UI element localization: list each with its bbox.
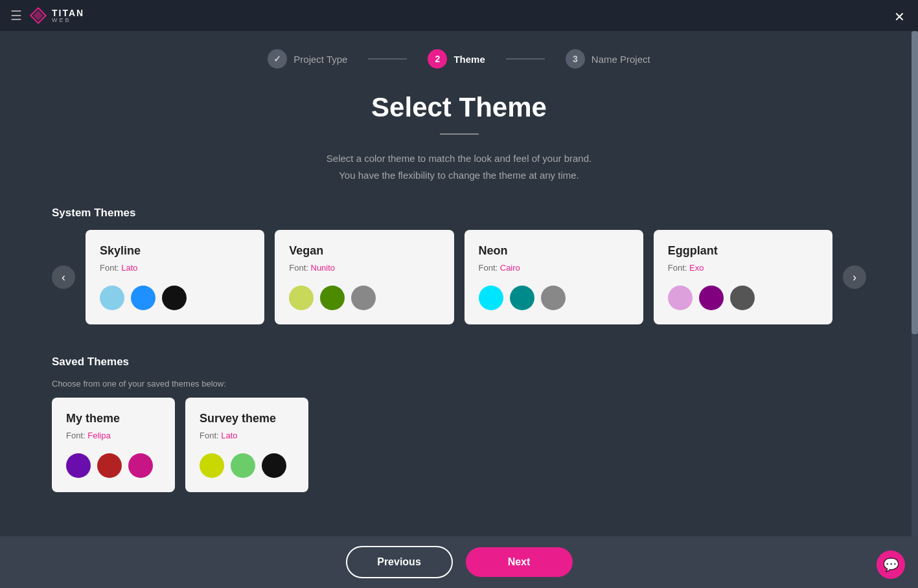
color-dot bbox=[541, 286, 566, 310]
theme-card-skyline-name: Skyline bbox=[100, 244, 250, 258]
theme-card-neon-name: Neon bbox=[479, 244, 629, 258]
scrollbar-thumb bbox=[912, 31, 918, 334]
saved-themes-title: Saved Themes bbox=[52, 356, 866, 368]
color-dot bbox=[262, 453, 286, 478]
theme-card-vegan-font: Font: Nunito bbox=[289, 263, 439, 273]
color-dot bbox=[128, 453, 153, 478]
check-icon: ✓ bbox=[273, 54, 281, 64]
step-2: 2 Theme bbox=[428, 49, 485, 69]
color-dot bbox=[66, 453, 91, 478]
page-scrollbar bbox=[912, 31, 918, 536]
saved-card-my-theme-font: Font: Felipa bbox=[66, 431, 161, 440]
previous-button[interactable]: Previous bbox=[346, 546, 453, 578]
step-2-circle: 2 bbox=[428, 49, 447, 69]
stepper: ✓ Project Type 2 Theme 3 Name Project bbox=[0, 31, 918, 69]
close-button[interactable]: ✕ bbox=[894, 9, 905, 25]
step-3-number: 3 bbox=[573, 54, 578, 64]
app-subtitle: WEB bbox=[52, 17, 84, 23]
chat-bubble-button[interactable]: 💬 bbox=[877, 550, 905, 579]
color-dot bbox=[351, 286, 376, 310]
color-dot bbox=[162, 286, 187, 310]
color-dot bbox=[100, 286, 124, 310]
color-dot bbox=[479, 286, 503, 310]
saved-card-survey-theme-font: Font: Lato bbox=[200, 431, 294, 440]
saved-card-my-theme-name: My theme bbox=[66, 412, 161, 425]
app-name: TITAN bbox=[52, 8, 84, 17]
logo: TITAN WEB bbox=[30, 7, 84, 24]
saved-card-survey-theme-name: Survey theme bbox=[200, 412, 294, 425]
saved-card-survey-theme-colors bbox=[200, 453, 294, 478]
theme-card-vegan[interactable]: Vegan Font: Nunito bbox=[275, 230, 453, 324]
color-dot bbox=[131, 286, 155, 310]
saved-themes-subtitle: Choose from one of your saved themes bel… bbox=[52, 379, 866, 389]
theme-card-neon[interactable]: Neon Font: Cairo bbox=[465, 230, 643, 324]
color-dot bbox=[699, 286, 724, 310]
color-dot bbox=[320, 286, 345, 310]
theme-card-vegan-name: Vegan bbox=[289, 244, 439, 258]
theme-card-eggplant-font: Font: Exo bbox=[668, 263, 818, 273]
step-1-circle: ✓ bbox=[268, 49, 287, 69]
step-3-label: Name Project bbox=[591, 54, 650, 65]
theme-card-skyline-colors bbox=[100, 286, 250, 310]
color-dot bbox=[289, 286, 314, 310]
logo-text: TITAN WEB bbox=[52, 8, 84, 23]
logo-icon bbox=[30, 7, 47, 24]
next-button[interactable]: Next bbox=[466, 547, 573, 577]
step-2-number: 2 bbox=[435, 54, 441, 64]
system-themes-title: System Themes bbox=[52, 207, 866, 220]
step-1: ✓ Project Type bbox=[268, 49, 347, 69]
theme-card-eggplant[interactable]: Eggplant Font: Exo bbox=[654, 230, 832, 324]
carousel-prev-button[interactable]: ‹ bbox=[52, 266, 75, 289]
step-3: 3 Name Project bbox=[566, 49, 650, 69]
color-dot bbox=[730, 286, 755, 310]
color-dot bbox=[200, 453, 224, 478]
hamburger-icon[interactable]: ☰ bbox=[10, 8, 22, 23]
theme-card-vegan-colors bbox=[289, 286, 439, 310]
saved-theme-cards: My theme Font: Felipa Survey theme Font:… bbox=[52, 398, 866, 492]
color-dot bbox=[668, 286, 693, 310]
system-themes-carousel: ‹ Skyline Font: Lato Vegan Font: Nunito bbox=[52, 230, 866, 324]
saved-card-my-theme[interactable]: My theme Font: Felipa bbox=[52, 398, 175, 492]
theme-card-skyline-font: Font: Lato bbox=[100, 263, 250, 273]
color-dot bbox=[510, 286, 534, 310]
theme-card-neon-font: Font: Cairo bbox=[479, 263, 629, 273]
page-title: Select Theme bbox=[52, 92, 866, 123]
theme-card-neon-colors bbox=[479, 286, 629, 310]
bottom-bar: Previous Next bbox=[0, 536, 918, 588]
saved-card-my-theme-colors bbox=[66, 453, 161, 478]
theme-card-eggplant-colors bbox=[668, 286, 818, 310]
step-connector-1 bbox=[368, 58, 407, 60]
color-dot bbox=[231, 453, 255, 478]
color-dot bbox=[97, 453, 122, 478]
step-connector-2 bbox=[506, 58, 545, 60]
description-line2: You have the flexibility to change the t… bbox=[339, 170, 579, 181]
system-theme-cards: Skyline Font: Lato Vegan Font: Nunito bbox=[86, 230, 832, 324]
step-1-label: Project Type bbox=[293, 54, 347, 65]
theme-card-eggplant-name: Eggplant bbox=[668, 244, 818, 258]
description-line1: Select a color theme to match the look a… bbox=[327, 153, 591, 164]
topbar: ☰ TITAN WEB bbox=[0, 0, 918, 31]
step-2-label: Theme bbox=[453, 54, 485, 65]
chat-icon: 💬 bbox=[883, 557, 899, 572]
carousel-next-button[interactable]: › bbox=[843, 266, 866, 289]
saved-card-survey-theme[interactable]: Survey theme Font: Lato bbox=[185, 398, 308, 492]
title-divider bbox=[440, 133, 479, 135]
step-3-circle: 3 bbox=[566, 49, 585, 69]
page-description: Select a color theme to match the look a… bbox=[52, 150, 866, 183]
main-content: Select Theme Select a color theme to mat… bbox=[0, 69, 918, 574]
theme-card-skyline[interactable]: Skyline Font: Lato bbox=[86, 230, 264, 324]
